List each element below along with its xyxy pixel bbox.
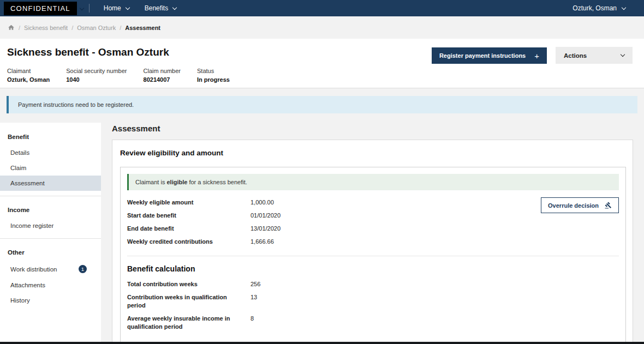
window-bottom-edge — [0, 342, 644, 344]
nav-item-home[interactable]: Home — [96, 0, 137, 16]
sidebar-item-details[interactable]: Details — [0, 145, 101, 160]
field-label: Status — [197, 68, 230, 74]
sidebar-item-label: Attachments — [10, 282, 45, 288]
payment-info-alert: Payment instructions need to be register… — [7, 96, 637, 113]
overrule-decision-button[interactable]: Overrule decision — [541, 197, 619, 213]
detail-value: 1,000.00 — [251, 198, 274, 207]
page-title: Sickness benefit - Osman Ozturk — [7, 46, 644, 58]
breadcrumb-sickness-benefit[interactable]: Sickness benefit — [24, 25, 68, 31]
sidebar-divider — [0, 196, 101, 196]
sidebar-item-label: Work distribution — [10, 266, 57, 273]
main-panel: Assessment Review eligibility and amount… — [101, 123, 644, 344]
home-icon[interactable] — [8, 24, 15, 31]
field-claimant: Claimant Ozturk, Osman — [7, 68, 50, 83]
brand-chevron-down-icon — [80, 6, 84, 10]
review-card-title: Review eligibility and amount — [120, 149, 626, 157]
status-value: In progress — [197, 76, 230, 83]
nav-item-benefits[interactable]: Benefits — [137, 0, 184, 16]
calc-row: Contribution weeks in qualification peri… — [127, 293, 619, 310]
chevron-down-icon — [621, 52, 625, 57]
register-button-label: Register payment instructions — [439, 52, 526, 59]
detail-label: Start date benefit — [127, 212, 251, 220]
eligibility-text-bold: eligible — [166, 179, 187, 185]
chevron-down-icon — [622, 5, 626, 9]
sidebar-item-work-distribution[interactable]: Work distribution 1 — [0, 261, 101, 277]
benefit-calculation-rows: Total contribution weeks 256 Contributio… — [127, 280, 619, 330]
eligibility-box: Claimant is eligible for a sickness bene… — [120, 167, 626, 343]
field-ssn: Social security number 1040 — [66, 68, 127, 83]
content: Benefit Details Claim Assessment Income … — [0, 123, 644, 344]
actions-button-label: Actions — [564, 52, 587, 59]
detail-value: 1,666.66 — [251, 238, 274, 246]
sidebar-item-income-register[interactable]: Income register — [0, 218, 101, 233]
sidebar-divider — [0, 238, 101, 239]
eligibility-success-alert: Claimant is eligible for a sickness bene… — [127, 174, 619, 190]
sidebar-section-income: Income — [0, 201, 101, 218]
breadcrumb-current-assessment: Assessment — [125, 25, 160, 31]
plus-icon: + — [534, 51, 539, 61]
sidebar-item-label: Assessment — [10, 180, 45, 186]
calc-row: Total contribution weeks 256 — [127, 280, 619, 288]
chevron-down-icon — [126, 5, 130, 9]
detail-label: Weekly credited contributions — [127, 238, 251, 246]
calc-row: Average weekly insurable income in quali… — [127, 315, 619, 331]
sidebar-section-benefit: Benefit — [0, 128, 101, 145]
calc-label: Total contribution weeks — [127, 280, 251, 288]
assessment-heading: Assessment — [112, 124, 633, 133]
detail-row: End date benefit 13/01/2020 — [127, 225, 619, 233]
calc-value: 256 — [251, 280, 260, 288]
sidebar-item-assessment[interactable]: Assessment — [0, 176, 101, 191]
page-header: Sickness benefit - Osman Ozturk Claimant… — [0, 39, 644, 88]
calc-label: Contribution weeks in qualification peri… — [127, 293, 251, 310]
brand-logo: CONFIDENTIAL — [4, 2, 77, 15]
top-navbar: CONFIDENTIAL Home Benefits Ozturk, Osman — [0, 0, 644, 16]
calc-value: 13 — [251, 293, 257, 310]
sidebar-item-label: Claim — [10, 165, 26, 171]
detail-row: Weekly credited contributions 1,666.66 — [127, 238, 619, 246]
detail-label: End date benefit — [127, 225, 251, 233]
detail-value: 13/01/2020 — [251, 225, 281, 233]
sidebar-item-label: Details — [10, 149, 29, 156]
benefit-calculation-heading: Benefit calculation — [127, 264, 619, 273]
user-name: Ozturk, Osman — [573, 4, 617, 12]
sidebar-item-label: Income register — [10, 222, 53, 229]
gavel-icon — [605, 202, 612, 209]
field-status: Status In progress — [197, 68, 230, 83]
actions-button[interactable]: Actions — [556, 47, 633, 64]
breadcrumb-separator: / — [71, 25, 73, 31]
sidebar-item-attachments[interactable]: Attachments — [0, 277, 101, 293]
field-claim-number: Claim number 80214007 — [144, 68, 181, 83]
breadcrumb: / Sickness benefit / Osman Ozturk / Asse… — [0, 16, 644, 39]
sidebar: Benefit Details Claim Assessment Income … — [0, 123, 101, 342]
register-payment-instructions-button[interactable]: Register payment instructions + — [432, 47, 547, 64]
work-distribution-count-badge: 1 — [79, 265, 87, 273]
detail-label: Weekly eligible amount — [127, 198, 251, 207]
breadcrumb-separator: / — [120, 25, 121, 31]
sidebar-item-label: History — [10, 297, 30, 304]
calc-label: Average weekly insurable income in quali… — [127, 315, 251, 331]
field-label: Claim number — [144, 68, 181, 74]
section-divider — [127, 256, 619, 256]
breadcrumb-osman-ozturk[interactable]: Osman Ozturk — [77, 25, 116, 31]
sidebar-item-claim[interactable]: Claim — [0, 160, 101, 176]
field-value: Ozturk, Osman — [7, 76, 50, 83]
detail-value: 01/01/2020 — [251, 212, 281, 220]
field-label: Claimant — [7, 68, 50, 74]
field-label: Social security number — [66, 68, 127, 74]
sidebar-section-other: Other — [0, 244, 101, 261]
payment-info-alert-text: Payment instructions need to be register… — [18, 101, 134, 108]
overrule-button-label: Overrule decision — [548, 202, 599, 209]
user-menu[interactable]: Ozturk, Osman — [573, 4, 644, 12]
nav-benefits-label: Benefits — [145, 4, 168, 12]
eligibility-text-suffix: for a sickness benefit. — [187, 179, 247, 185]
sidebar-item-history[interactable]: History — [0, 293, 101, 308]
navbar-divider — [89, 4, 90, 13]
field-value: 80214007 — [144, 76, 181, 83]
nav-home-label: Home — [104, 4, 121, 12]
field-value: 1040 — [66, 76, 127, 83]
header-fields: Claimant Ozturk, Osman Social security n… — [7, 68, 644, 83]
review-card: Review eligibility and amount Claimant i… — [112, 140, 633, 344]
breadcrumb-separator: / — [19, 25, 20, 31]
eligibility-text-prefix: Claimant is — [135, 179, 166, 185]
calc-value: 8 — [251, 315, 254, 331]
